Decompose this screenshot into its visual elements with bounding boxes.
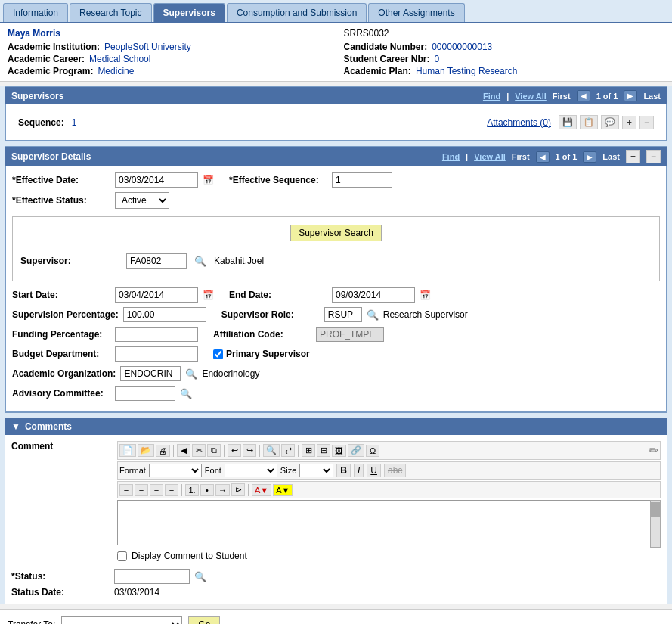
budget-dept-input[interactable] bbox=[115, 346, 198, 362]
tb-redo[interactable]: ↪ bbox=[243, 444, 256, 457]
save-icon-btn[interactable]: 💾 bbox=[559, 115, 577, 129]
size-select[interactable] bbox=[299, 464, 333, 477]
end-date-label: End Date: bbox=[229, 290, 327, 300]
tb-omega[interactable]: Ω bbox=[366, 445, 379, 457]
align-center-btn[interactable]: ≡ bbox=[135, 484, 148, 496]
scrollbar[interactable] bbox=[650, 500, 661, 548]
strikethrough-btn[interactable]: abc bbox=[384, 464, 406, 477]
go-button[interactable]: Go bbox=[188, 616, 220, 624]
align-right-btn[interactable]: ≡ bbox=[150, 484, 163, 496]
effective-sequence-input[interactable] bbox=[332, 172, 392, 188]
attachments-link[interactable]: Attachments (0) bbox=[487, 117, 551, 128]
advisory-committee-input[interactable] bbox=[115, 386, 175, 401]
academic-career-label: Academic Career: bbox=[8, 54, 85, 64]
tb-left[interactable]: ◀ bbox=[177, 444, 190, 457]
start-date-input[interactable] bbox=[115, 287, 198, 303]
supervisors-next-btn[interactable]: ▶ bbox=[624, 90, 637, 101]
candidate-number-label: Candidate Number: bbox=[344, 42, 428, 52]
font-color-btn[interactable]: A▼ bbox=[252, 484, 271, 496]
tab-research-topic[interactable]: Research Topic bbox=[70, 3, 152, 22]
affiliation-code-input[interactable] bbox=[316, 327, 384, 342]
icon-buttons: 💾 📋 💬 + − bbox=[559, 115, 654, 129]
remove-detail-btn[interactable]: − bbox=[646, 150, 661, 163]
format-select[interactable] bbox=[149, 464, 202, 477]
align-justify-btn[interactable]: ≡ bbox=[165, 484, 178, 496]
comments-header[interactable]: ▼ Comments bbox=[5, 418, 667, 435]
align-toolbar: ≡ ≡ ≡ ≡ 1. • → ⊳ A▼ A▼ bbox=[117, 481, 661, 498]
status-input[interactable] bbox=[114, 569, 190, 584]
add-supervisor-btn[interactable]: + bbox=[622, 116, 636, 129]
supervisor-id-input[interactable] bbox=[126, 253, 187, 269]
italic-btn[interactable]: I bbox=[354, 464, 364, 477]
outdent-btn[interactable]: ⊳ bbox=[231, 483, 245, 496]
tb-table[interactable]: ⊞ bbox=[302, 444, 315, 457]
underline-btn[interactable]: U bbox=[367, 464, 381, 477]
comment-textarea[interactable] bbox=[117, 500, 661, 545]
supervisors-controls: Find | View All First ◀ 1 of 1 ▶ Last bbox=[483, 90, 661, 101]
advisory-committee-lookup-icon[interactable]: 🔍 bbox=[180, 388, 192, 399]
budget-dept-field: Budget Department: bbox=[12, 346, 198, 362]
align-left-btn[interactable]: ≡ bbox=[119, 484, 133, 496]
highlight-btn[interactable]: A▼ bbox=[273, 484, 293, 496]
chat-icon-btn[interactable]: 💬 bbox=[601, 115, 619, 129]
academic-org-id-input[interactable] bbox=[120, 366, 181, 381]
calendar-icon-date[interactable]: 📅 bbox=[203, 175, 214, 185]
funding-pct-input[interactable] bbox=[115, 327, 198, 342]
calendar-icon-start[interactable]: 📅 bbox=[203, 290, 214, 300]
display-comment-checkbox[interactable] bbox=[117, 551, 127, 561]
tb-replace[interactable]: ⇄ bbox=[281, 444, 295, 457]
tb-link[interactable]: 🔗 bbox=[348, 444, 364, 457]
tab-information[interactable]: Information bbox=[3, 3, 68, 22]
effective-status-select[interactable]: Active Inactive bbox=[115, 192, 169, 209]
tb-print[interactable]: 🖨 bbox=[156, 445, 170, 457]
supervisor-search-button[interactable]: Supervisor Search bbox=[290, 225, 382, 241]
tb-copy-text[interactable]: ⧉ bbox=[207, 444, 221, 457]
details-find-link[interactable]: Find bbox=[442, 152, 460, 161]
status-lookup-icon[interactable]: 🔍 bbox=[194, 571, 206, 582]
calendar-icon-end[interactable]: 📅 bbox=[420, 290, 431, 300]
supervisor-role-lookup-icon[interactable]: 🔍 bbox=[367, 309, 379, 321]
supervisor-lookup-icon[interactable]: 🔍 bbox=[194, 256, 206, 267]
effective-date-label: *Effective Date: bbox=[12, 175, 110, 185]
effective-date-input[interactable] bbox=[115, 172, 198, 188]
supervisor-role-label: Supervisor Role: bbox=[221, 309, 320, 320]
details-view-all-link[interactable]: View All bbox=[474, 152, 506, 161]
unordered-list-btn[interactable]: • bbox=[200, 484, 214, 496]
font-select[interactable] bbox=[225, 464, 277, 477]
details-next-btn[interactable]: ▶ bbox=[583, 151, 596, 163]
supervisors-prev-btn[interactable]: ◀ bbox=[577, 90, 590, 101]
sep2 bbox=[224, 445, 225, 457]
transfer-to-select[interactable] bbox=[61, 616, 182, 624]
supervisors-content: Sequence: 1 Attachments (0) 💾 📋 💬 + − bbox=[5, 104, 667, 141]
details-prev-btn[interactable]: ◀ bbox=[536, 151, 550, 163]
tb-find[interactable]: 🔍 bbox=[263, 444, 280, 457]
start-date-label: Start Date: bbox=[12, 290, 110, 300]
supervisors-find-link[interactable]: Find bbox=[483, 92, 500, 101]
tb-table2[interactable]: ⊟ bbox=[317, 444, 330, 457]
supervisors-view-all-link[interactable]: View All bbox=[515, 92, 547, 101]
tb-undo[interactable]: ↩ bbox=[228, 444, 241, 457]
bold-btn[interactable]: B bbox=[336, 464, 351, 477]
tab-supervisors[interactable]: Supervisors bbox=[153, 3, 225, 22]
supervisor-details-section: Supervisor Details Find | View All First… bbox=[5, 146, 667, 413]
primary-supervisor-checkbox[interactable] bbox=[213, 349, 223, 359]
tb-cut[interactable]: ✂ bbox=[192, 444, 206, 457]
remove-supervisor-btn[interactable]: − bbox=[639, 116, 654, 129]
end-date-input[interactable] bbox=[332, 287, 415, 303]
tab-other-assignments[interactable]: Other Assignments bbox=[368, 3, 464, 22]
pencil-icon[interactable]: ✏ bbox=[649, 443, 658, 458]
tb-new-doc[interactable]: 📄 bbox=[119, 444, 136, 457]
academic-org-lookup-icon[interactable]: 🔍 bbox=[185, 368, 197, 380]
supervisor-role-id-input[interactable] bbox=[324, 307, 362, 322]
header-info: Maya Morris Academic Institution: People… bbox=[0, 23, 672, 82]
add-detail-btn[interactable]: + bbox=[626, 150, 640, 163]
indent-btn[interactable]: → bbox=[215, 484, 230, 496]
ordered-list-btn[interactable]: 1. bbox=[185, 484, 199, 496]
tb-open[interactable]: 📂 bbox=[138, 444, 154, 457]
format-toolbar: Format Font Size B I bbox=[117, 461, 661, 480]
tb-img[interactable]: 🖼 bbox=[332, 445, 346, 457]
copy-icon-btn[interactable]: 📋 bbox=[580, 115, 598, 129]
supervisors-nav-info: 1 of 1 bbox=[596, 92, 618, 101]
supervision-pct-input[interactable] bbox=[123, 307, 206, 322]
tab-consumption-submission[interactable]: Consumption and Submission bbox=[227, 3, 367, 22]
